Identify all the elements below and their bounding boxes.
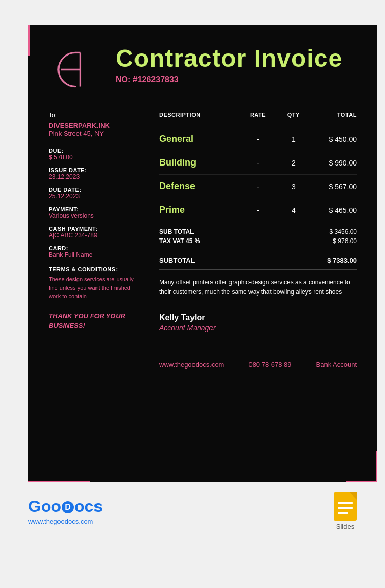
- row-qty: 2: [278, 159, 310, 167]
- branding-section: GooDocs www.thegoodocs.com Slides: [0, 482, 385, 538]
- subtotal-section: SUB TOTAL $ 3456.00 TAX VAT 45 % $ 976.0…: [159, 222, 357, 251]
- left-column: To: DIVESERPARK.INK Pink Street 45, NY D…: [49, 112, 144, 369]
- payment-label: PAYMENT:: [49, 206, 144, 212]
- sub-total-row: SUB TOTAL $ 3456.00: [159, 227, 357, 236]
- invoice-number: NO: #126237833: [116, 75, 342, 84]
- card-value: Bank Full Name: [49, 251, 144, 259]
- corner-accent-right: [376, 451, 377, 482]
- svg-rect-3: [334, 492, 357, 521]
- invoice-title: Contractor Invoice: [116, 45, 342, 72]
- issue-date-label: ISSUE DATE:: [49, 167, 144, 173]
- footer-bank: Bank Account: [316, 361, 357, 369]
- row-qty: 3: [278, 182, 310, 191]
- signer-title: Account Manager: [159, 324, 357, 332]
- final-total-row: SUBTOTAL $ 7383.00: [159, 256, 357, 264]
- svg-rect-6: [338, 507, 353, 509]
- due-date-block: DUE DATE: 25.12.2023: [49, 187, 144, 200]
- slides-icon-container: [334, 492, 357, 521]
- right-column: DESCRIPTION RATE QTY TOTAL General - 1 $…: [159, 112, 357, 369]
- final-total-value: $ 7383.00: [327, 256, 357, 264]
- notes-text: Many offset printers offer graphic-desig…: [159, 278, 357, 297]
- tax-value: $ 976.00: [333, 237, 357, 245]
- footer-phone: 080 78 678 89: [248, 361, 291, 369]
- row-qty: 4: [278, 206, 310, 214]
- cash-payment-value: A|C ABC 234-789: [49, 232, 144, 239]
- header-section: Contractor Invoice NO: #126237833: [49, 45, 357, 96]
- card-label: CARD:: [49, 245, 144, 251]
- signature-section: Kelly Taylor Account Manager: [159, 305, 357, 340]
- terms-block: TERMS & CONDITIONS: These design service…: [49, 266, 144, 301]
- to-label: To:: [49, 112, 144, 119]
- row-rate: -: [238, 182, 278, 191]
- gooddocs-d-circle: D: [62, 501, 74, 513]
- issue-date-block: ISSUE DATE: 23.12.2023: [49, 167, 144, 180]
- tax-row: TAX VAT 45 % $ 976.00: [159, 236, 357, 246]
- row-total: $ 990.00: [310, 159, 357, 167]
- final-total-section: SUBTOTAL $ 7383.00: [159, 251, 357, 270]
- notes-section: Many offset printers offer graphic-desig…: [159, 270, 357, 305]
- payment-value: Various versions: [49, 212, 144, 219]
- thank-you-message: THANK YOU FOR YOUR BUSINESS!: [49, 311, 144, 331]
- body-layout: To: DIVESERPARK.INK Pink Street 45, NY D…: [49, 112, 357, 369]
- corner-accent-top: [28, 25, 30, 56]
- svg-rect-7: [338, 512, 348, 514]
- cash-payment-block: CASH PAYMENT: A|C ABC 234-789: [49, 226, 144, 239]
- table-header: DESCRIPTION RATE QTY TOTAL: [159, 112, 357, 122]
- client-name: DIVESERPARK.INK: [49, 122, 144, 130]
- col-description: DESCRIPTION: [159, 112, 238, 118]
- issue-date-value: 23.12.2023: [49, 173, 144, 180]
- due-date-label: DUE DATE:: [49, 187, 144, 193]
- invoice-document: Contractor Invoice NO: #126237833 To: DI…: [28, 25, 377, 482]
- table-row: Prime - 4 $ 465.00: [159, 198, 357, 222]
- final-total-label: SUBTOTAL: [159, 256, 195, 264]
- slides-icon-area: Slides: [334, 492, 357, 530]
- tax-label: TAX VAT 45 %: [159, 237, 200, 245]
- row-description: Prime: [159, 205, 238, 215]
- cash-payment-label: CASH PAYMENT:: [49, 226, 144, 232]
- sub-total-value: $ 3456.00: [330, 228, 357, 235]
- logo-area: [49, 45, 100, 96]
- row-description: Building: [159, 157, 238, 168]
- table-row: General - 1 $ 450.00: [159, 127, 357, 151]
- corner-accent-bottom-right: [346, 481, 377, 482]
- terms-text: These design services are usually fine u…: [49, 275, 144, 301]
- terms-label: TERMS & CONDITIONS:: [49, 266, 144, 272]
- sub-total-label: SUB TOTAL: [159, 228, 194, 235]
- branding-url: www.thegoodocs.com: [28, 518, 103, 525]
- row-total: $ 450.00: [310, 135, 357, 143]
- col-qty: QTY: [278, 112, 310, 118]
- table-row: Building - 2 $ 990.00: [159, 151, 357, 175]
- row-description: Defense: [159, 181, 238, 192]
- client-address: Pink Street 45, NY: [49, 130, 144, 137]
- due-label: DUE:: [49, 148, 144, 154]
- slides-label: Slides: [336, 523, 354, 530]
- logo-icon: [49, 45, 92, 94]
- col-total: TOTAL: [310, 112, 357, 118]
- payment-block: PAYMENT: Various versions: [49, 206, 144, 219]
- gooddocs-ocs: ocs: [74, 497, 103, 516]
- row-description: General: [159, 134, 238, 144]
- footer-section: www.thegoodocs.com 080 78 678 89 Bank Ac…: [159, 353, 357, 369]
- card-block: CARD: Bank Full Name: [49, 245, 144, 259]
- gooddocs-goo: Goo: [28, 497, 61, 516]
- due-value: $ 578.00: [49, 154, 144, 161]
- table-rows: General - 1 $ 450.00 Building - 2 $ 990.…: [159, 127, 357, 222]
- row-rate: -: [238, 159, 278, 167]
- corner-accent-bottom-left: [28, 481, 90, 482]
- table-row: Defense - 3 $ 567.00: [159, 175, 357, 198]
- row-rate: -: [238, 135, 278, 143]
- gooddocs-logo: GooDocs www.thegoodocs.com: [28, 498, 103, 525]
- gooddocs-name: GooDocs: [28, 498, 103, 516]
- row-total: $ 465.00: [310, 206, 357, 214]
- due-block: DUE: $ 578.00: [49, 148, 144, 161]
- svg-rect-5: [338, 502, 353, 504]
- row-total: $ 567.00: [310, 182, 357, 191]
- row-qty: 1: [278, 135, 310, 143]
- col-rate: RATE: [238, 112, 278, 118]
- due-date-value: 25.12.2023: [49, 193, 144, 200]
- slides-icon: [334, 492, 357, 521]
- signer-name: Kelly Taylor: [159, 313, 357, 322]
- row-rate: -: [238, 206, 278, 214]
- title-area: Contractor Invoice NO: #126237833: [116, 45, 342, 84]
- footer-website: www.thegoodocs.com: [159, 361, 224, 369]
